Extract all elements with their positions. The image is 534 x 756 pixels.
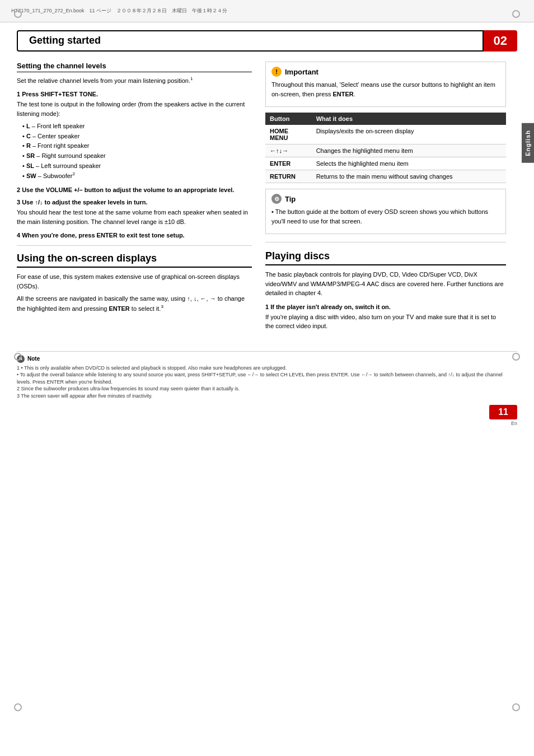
- table-button-name: RETURN: [265, 170, 312, 183]
- table-button-name: ←↑↓→: [265, 144, 312, 157]
- list-item: C – Center speaker: [22, 132, 252, 142]
- table-button-name: HOMEMENU: [265, 125, 312, 144]
- step4-heading: 4 When you're done, press ENTER to exit …: [17, 232, 252, 239]
- chapter-number: 02: [484, 30, 517, 52]
- table-col-whatitdoes: What it does: [312, 113, 506, 125]
- list-item: SR – Right surround speaker: [22, 151, 252, 161]
- step1-heading: 1 Press SHIFT+TEST TONE.: [17, 91, 252, 97]
- table-row: RETURN Returns to the main menu without …: [265, 170, 506, 183]
- setting-channel-intro: Set the relative channel levels from you…: [17, 76, 252, 85]
- left-column: Setting the channel levels Set the relat…: [17, 62, 252, 334]
- footer-note: N Note 1 • This is only available when D…: [17, 351, 517, 400]
- note1b-text: • To adjust the overall balance while li…: [17, 371, 517, 385]
- using-onscreen-title: Using the on-screen displays: [17, 253, 252, 268]
- important-box: ! Important Throughout this manual, 'Sel…: [265, 62, 506, 107]
- playing-discs-section: Playing discs The basic playback control…: [265, 250, 506, 331]
- right-column: ! Important Throughout this manual, 'Sel…: [265, 62, 506, 334]
- using-onscreen-para2: All the screens are navigated in basical…: [17, 294, 252, 313]
- chapter-title: Getting started: [17, 30, 484, 52]
- note-label: Note: [27, 356, 40, 362]
- playing-step1-heading: 1 If the player isn't already on, switch…: [265, 304, 506, 310]
- table-button-desc: Changes the highlighted menu item: [312, 144, 506, 157]
- button-table: Button What it does HOMEMENU Displays/ex…: [265, 113, 506, 183]
- setting-channel-title: Setting the channel levels: [17, 62, 252, 72]
- note3-text: 3 The screen saver will appear after fiv…: [17, 393, 517, 400]
- header-text: HTZ170_171_270_272_En.book 11 ページ ２００８年２…: [11, 7, 523, 15]
- setting-channel-section: Setting the channel levels Set the relat…: [17, 62, 252, 239]
- note2-text: 2 Since the subwoofer produces ultra-low…: [17, 385, 517, 393]
- table-button-desc: Returns to the main menu without saving …: [312, 170, 506, 183]
- table-row: ←↑↓→ Changes the highlighted menu item: [265, 144, 506, 157]
- using-onscreen-para1: For ease of use, this system makes exten…: [17, 272, 252, 291]
- using-onscreen-section: Using the on-screen displays For ease of…: [17, 253, 252, 313]
- playing-discs-title: Playing discs: [265, 250, 506, 265]
- tip-icon: ⚙: [271, 194, 282, 204]
- note1-text: 1 • This is only available when DVD/CD i…: [17, 365, 517, 372]
- tip-title: Tip: [285, 195, 296, 203]
- page-en-label: En: [489, 421, 517, 426]
- playing-discs-body: The basic playback controls for playing …: [265, 270, 506, 298]
- step3-heading: 3 Use ↑/↓ to adjust the speaker levels i…: [17, 199, 252, 206]
- table-row: HOMEMENU Displays/exits the on-screen di…: [265, 125, 506, 144]
- list-item: SL – Left surround speaker: [22, 161, 252, 171]
- table-button-desc: Displays/exits the on-screen display: [312, 125, 506, 144]
- list-item: R – Front right speaker: [22, 141, 252, 151]
- speakers-list: L – Front left speaker C – Center speake…: [17, 122, 252, 181]
- list-item: SW – Subwoofer2: [22, 171, 252, 181]
- step2-heading: 2 Use the VOLUME +/– button to adjust th…: [17, 186, 252, 193]
- playing-step1-body: If you're playing a disc with video, als…: [265, 312, 506, 331]
- list-item: L – Front left speaker: [22, 122, 252, 132]
- warning-icon: !: [271, 67, 282, 77]
- table-button-name: ENTER: [265, 157, 312, 170]
- table-button-desc: Selects the highlighted menu item: [312, 157, 506, 170]
- table-row: ENTER Selects the highlighted menu item: [265, 157, 506, 170]
- page-number-box: 11: [489, 405, 517, 419]
- important-title: Important: [285, 68, 318, 76]
- step1-body: The test tone is output in the following…: [17, 100, 252, 118]
- side-tab: English: [522, 123, 534, 163]
- step3-body: You should hear the test tone at the sam…: [17, 208, 252, 226]
- table-col-button: Button: [265, 113, 312, 125]
- page-header: HTZ170_171_270_272_En.book 11 ページ ２００８年２…: [0, 0, 534, 22]
- tip-box: ⚙ Tip • The button guide at the bottom o…: [265, 189, 506, 234]
- tip-body: • The button guide at the bottom of ever…: [271, 207, 500, 226]
- important-body: Throughout this manual, 'Select' means u…: [271, 80, 500, 99]
